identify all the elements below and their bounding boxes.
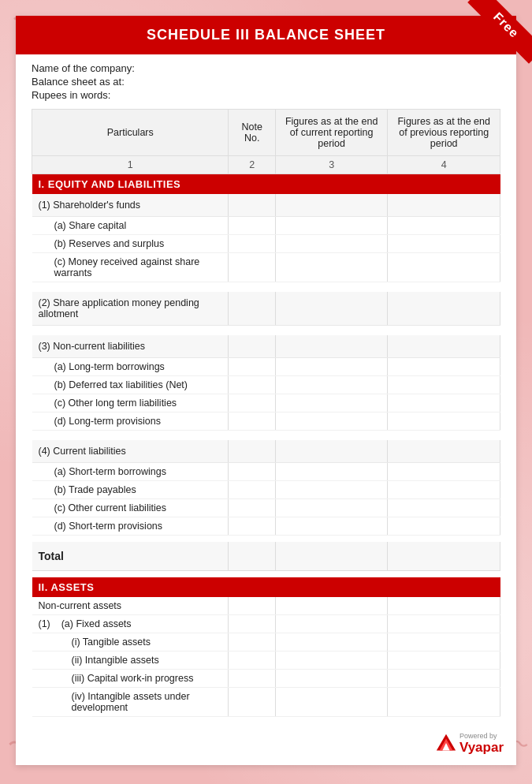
brand-name: Vyapar <box>459 740 504 756</box>
item-long-term-provisions: (d) Long-term provisions <box>32 413 229 431</box>
group-shareholders-label: (1) Shareholder's funds <box>32 194 229 217</box>
footer: Powered by Vyapar <box>435 732 504 756</box>
free-badge: Free <box>461 0 532 71</box>
item-trade-payables: (b) Trade payables <box>32 481 229 499</box>
item-other-current: (c) Other current liabilities <box>32 499 229 517</box>
list-item: (c) Other long term liabilities <box>32 394 500 413</box>
group-share-app-label: (2) Share application money pending allo… <box>32 292 229 326</box>
item-short-term-borrowings: (a) Short-term borrowings <box>32 463 229 481</box>
group-shareholders-funds: (1) Shareholder's funds <box>32 194 500 217</box>
list-item: (1) (a) Fixed assets <box>32 615 500 633</box>
header-section: Name of the company: Balance sheet as at… <box>16 54 516 109</box>
col-figures-previous: Figures as at the end of previous report… <box>388 110 500 156</box>
list-item: (ii) Intangible assets <box>32 651 500 670</box>
balance-sheet-label: Balance sheet as at: <box>32 76 500 88</box>
total-row: Total <box>32 542 500 571</box>
item-other-long-term: (c) Other long term liabilities <box>32 394 229 413</box>
col-num-4: 4 <box>388 156 500 174</box>
free-badge-label: Free <box>467 0 532 64</box>
item-non-current-assets: Non-current assets <box>32 597 229 615</box>
balance-sheet-table: Particulars Note No. Figures as at the e… <box>32 109 500 749</box>
list-item: (c) Money received against share warrant… <box>32 253 500 282</box>
section-equity-label: I. EQUITY AND LIABILITIES <box>32 174 500 195</box>
rupees-label: Rupees in words: <box>32 89 500 101</box>
item-long-term-borrowings: (a) Long-term borrowings <box>32 358 229 376</box>
item-intangible-assets: (ii) Intangible assets <box>32 651 229 670</box>
item-short-term-provisions: (d) Short-term provisions <box>32 517 229 536</box>
spacer-row <box>32 536 500 543</box>
list-item: (a) Share capital <box>32 217 500 235</box>
balance-sheet-table-container: Particulars Note No. Figures as at the e… <box>16 109 516 756</box>
document-paper: SCHEDULE III BALANCE SHEET Name of the c… <box>16 16 516 765</box>
group-share-application: (2) Share application money pending allo… <box>32 292 500 326</box>
spacer-row <box>32 571 500 578</box>
company-label: Name of the company: <box>32 62 500 74</box>
item-fixed-assets: (1) (a) Fixed assets <box>32 615 229 633</box>
spacer-row <box>32 431 500 441</box>
item-deferred-tax: (b) Deferred tax liabilities (Net) <box>32 376 229 394</box>
group-current-liabilities: (4) Current liabilities <box>32 440 500 463</box>
col-note-no: Note No. <box>229 110 275 156</box>
list-item: (d) Long-term provisions <box>32 413 500 431</box>
item-intangible-under-dev: (iv) Intangible assets under development <box>32 688 229 717</box>
vyapar-logo: Powered by Vyapar <box>435 732 504 756</box>
item-capital-wip: (iii) Capital work-in progress <box>32 670 229 688</box>
item-tangible-assets: (i) Tangible assets <box>32 633 229 651</box>
list-item: (c) Other current liabilities <box>32 499 500 517</box>
col-particulars: Particulars <box>32 110 229 156</box>
col-num-2: 2 <box>229 156 275 174</box>
group-current-label: (4) Current liabilities <box>32 440 229 463</box>
list-item: (iv) Intangible assets under development <box>32 688 500 717</box>
col-figures-current: Figures as at the end of current reporti… <box>275 110 388 156</box>
spacer-row <box>32 326 500 336</box>
col-num-1: 1 <box>32 156 229 174</box>
item-share-capital: (a) Share capital <box>32 217 229 235</box>
column-number-row: 1 2 3 4 <box>32 156 500 174</box>
powered-by-text: Powered by <box>459 732 497 740</box>
page-title: SCHEDULE III BALANCE SHEET <box>16 16 516 54</box>
group-non-current-label: (3) Non-current liabilities <box>32 335 229 358</box>
list-item: (b) Reserves and surplus <box>32 235 500 253</box>
section-equity-liabilities: I. EQUITY AND LIABILITIES <box>32 174 500 195</box>
section-assets-label: II. ASSETS <box>32 577 500 597</box>
list-item: (d) Short-term provisions <box>32 517 500 536</box>
list-item: (b) Trade payables <box>32 481 500 499</box>
list-item: (b) Deferred tax liabilities (Net) <box>32 376 500 394</box>
section-assets: II. ASSETS <box>32 577 500 597</box>
list-item: (a) Long-term borrowings <box>32 358 500 376</box>
vyapar-logo-icon <box>435 733 457 755</box>
list-item: (iii) Capital work-in progress <box>32 670 500 688</box>
group-non-current-liabilities: (3) Non-current liabilities <box>32 335 500 358</box>
list-item: (a) Short-term borrowings <box>32 463 500 481</box>
spacer-row <box>32 282 500 293</box>
item-money-received: (c) Money received against share warrant… <box>32 253 229 282</box>
bottom-spacer <box>32 717 500 749</box>
list-item: Non-current assets <box>32 597 500 615</box>
col-num-3: 3 <box>275 156 388 174</box>
total-label: Total <box>32 542 229 571</box>
list-item: (i) Tangible assets <box>32 633 500 651</box>
column-header-row: Particulars Note No. Figures as at the e… <box>32 110 500 156</box>
item-reserves-surplus: (b) Reserves and surplus <box>32 235 229 253</box>
